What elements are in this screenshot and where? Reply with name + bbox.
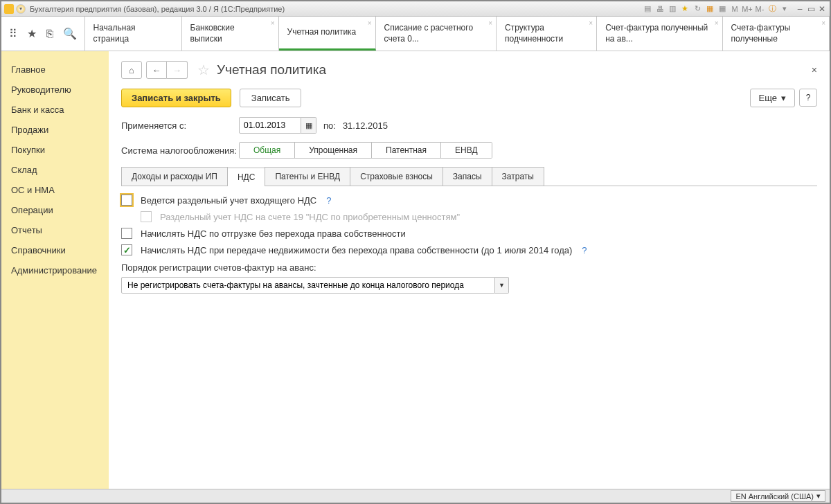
tax-system-label: Система налогообложения:: [121, 145, 239, 156]
mminus-label[interactable]: M-: [755, 4, 765, 14]
nav-dropdown-icon[interactable]: [16, 4, 26, 14]
close-icon[interactable]: ×: [271, 19, 275, 28]
sidebar-item[interactable]: Склад: [11, 160, 99, 180]
sidebar-item[interactable]: Покупки: [11, 140, 99, 160]
toolbar-icon[interactable]: ▤: [643, 4, 652, 14]
checkbox-label: Раздельный учет НДС на счете 19 "НДС по …: [160, 212, 460, 222]
date-to-value: 31.12.2015: [343, 120, 388, 131]
sidebar-item[interactable]: Администрирование: [11, 260, 99, 280]
favorite-icon[interactable]: ☆: [197, 62, 210, 78]
sidebar-item[interactable]: Продажи: [11, 120, 99, 140]
checkbox-nds-shipment[interactable]: [121, 228, 132, 239]
calc-icon[interactable]: ▦: [705, 4, 715, 14]
maximize-button[interactable]: ▭: [806, 4, 816, 14]
toolbar-icon[interactable]: ↻: [692, 4, 702, 14]
dropdown-icon[interactable]: ▾: [780, 4, 789, 14]
sidebar-item[interactable]: Операции: [11, 200, 99, 220]
tax-opt-envd[interactable]: ЕНВД: [441, 143, 492, 158]
tab-home[interactable]: Начальная страница: [85, 17, 182, 51]
help-button[interactable]: ?: [799, 89, 817, 107]
chevron-down-icon[interactable]: ▼: [495, 277, 509, 294]
close-button[interactable]: ✕: [817, 4, 827, 14]
tab-accounting-policy[interactable]: Учетная политика×: [279, 17, 376, 51]
favorite-icon[interactable]: ★: [680, 4, 690, 14]
close-icon[interactable]: ×: [368, 19, 372, 28]
sidebar-item[interactable]: Отчеты: [11, 220, 99, 240]
m-label[interactable]: M: [730, 4, 740, 14]
toolbar-icon[interactable]: ▥: [668, 4, 677, 14]
checkbox-label: Начислять НДС по отгрузке без перехода п…: [141, 228, 406, 239]
language-indicator[interactable]: EN Английский (США)▾: [731, 490, 825, 502]
applies-from-label: Применяется с:: [121, 120, 239, 131]
inner-tabs: Доходы и расходы ИП НДС Патенты и ЕНВД С…: [121, 167, 817, 186]
save-button[interactable]: Записать: [240, 89, 302, 107]
tax-system-selector: Общая Упрощенная Патентная ЕНВД: [239, 142, 492, 159]
tab-patents[interactable]: Патенты и ЕНВД: [265, 167, 350, 186]
sidebar-item[interactable]: ОС и НМА: [11, 180, 99, 200]
registration-order-label: Порядок регистрации счетов-фактур на ава…: [121, 262, 817, 273]
toolbar-icon[interactable]: 🖶: [655, 4, 665, 14]
tab-invoice-received[interactable]: Счет-фактура полученный на ав...×: [597, 17, 722, 51]
to-label: по:: [323, 120, 336, 131]
tab-income[interactable]: Доходы и расходы ИП: [121, 167, 228, 186]
search-icon[interactable]: 🔍: [63, 27, 77, 40]
close-icon[interactable]: ×: [821, 19, 825, 28]
checkbox-label: Ведется раздельный учет входящего НДС: [141, 195, 316, 206]
tab-structure[interactable]: Структура подчиненности×: [497, 17, 597, 51]
calendar-icon[interactable]: ▦: [301, 117, 316, 134]
tax-opt-general[interactable]: Общая: [240, 143, 295, 158]
sidebar: Главное Руководителю Банк и касса Продаж…: [1, 51, 109, 489]
help-link[interactable]: ?: [582, 245, 587, 255]
tab-bar: ⠿ ★ ⎘ 🔍 Начальная страница Банковские вы…: [1, 17, 830, 51]
checkbox-separate-nds-19: [141, 211, 152, 222]
close-icon[interactable]: ×: [488, 19, 492, 28]
checkbox-nds-realestate[interactable]: [121, 244, 132, 255]
checkbox-label: Начислять НДС при передаче недвижимости …: [141, 245, 572, 255]
content-area: ⌂ ← → ☆ Учетная политика × Записать и за…: [109, 51, 830, 489]
status-bar: EN Английский (США)▾: [1, 489, 830, 503]
app-logo-icon: [4, 4, 14, 14]
close-icon[interactable]: ×: [589, 19, 593, 28]
date-from-input[interactable]: [239, 117, 301, 134]
sidebar-item[interactable]: Руководителю: [11, 80, 99, 100]
help-link[interactable]: ?: [326, 195, 331, 206]
tab-bank[interactable]: Банковские выписки×: [182, 17, 279, 51]
mplus-label[interactable]: M+: [742, 4, 752, 14]
tab-costs[interactable]: Затраты: [492, 167, 544, 186]
sidebar-item[interactable]: Справочники: [11, 240, 99, 260]
tab-writeoff[interactable]: Списание с расчетного счета 0...×: [376, 17, 497, 51]
back-button[interactable]: ←: [146, 61, 167, 79]
sidebar-item[interactable]: Главное: [11, 60, 99, 80]
app-title: Бухгалтерия предприятия (базовая), редак…: [30, 5, 285, 13]
sidebar-item[interactable]: Банк и касса: [11, 100, 99, 120]
save-close-button[interactable]: Записать и закрыть: [121, 89, 231, 107]
close-page-button[interactable]: ×: [812, 64, 817, 75]
calendar-icon[interactable]: ▦: [717, 4, 727, 14]
tax-opt-patent[interactable]: Патентная: [372, 143, 441, 158]
tab-stock[interactable]: Запасы: [443, 167, 492, 186]
chevron-down-icon: ▾: [781, 93, 786, 103]
registration-order-input[interactable]: [121, 277, 495, 294]
checkbox-separate-nds[interactable]: [121, 195, 132, 206]
info-icon[interactable]: ⓘ: [767, 4, 777, 14]
tab-insurance[interactable]: Страховые взносы: [350, 167, 443, 186]
home-button[interactable]: ⌂: [121, 61, 142, 79]
tab-nds[interactable]: НДС: [227, 168, 265, 186]
tab-invoices[interactable]: Счета-фактуры полученные×: [723, 17, 830, 51]
more-button[interactable]: Еще▾: [750, 89, 795, 107]
toolbar-icons: ⠿ ★ ⎘ 🔍: [1, 17, 85, 51]
star-icon[interactable]: ★: [27, 27, 37, 40]
grid-icon[interactable]: ⠿: [9, 27, 17, 40]
titlebar: Бухгалтерия предприятия (базовая), редак…: [1, 1, 830, 17]
tax-opt-simplified[interactable]: Упрощенная: [295, 143, 372, 158]
page-title: Учетная политика: [217, 62, 326, 78]
clipboard-icon[interactable]: ⎘: [46, 28, 53, 40]
forward-button[interactable]: →: [167, 61, 188, 79]
close-icon[interactable]: ×: [715, 19, 719, 28]
minimize-button[interactable]: –: [795, 4, 805, 14]
